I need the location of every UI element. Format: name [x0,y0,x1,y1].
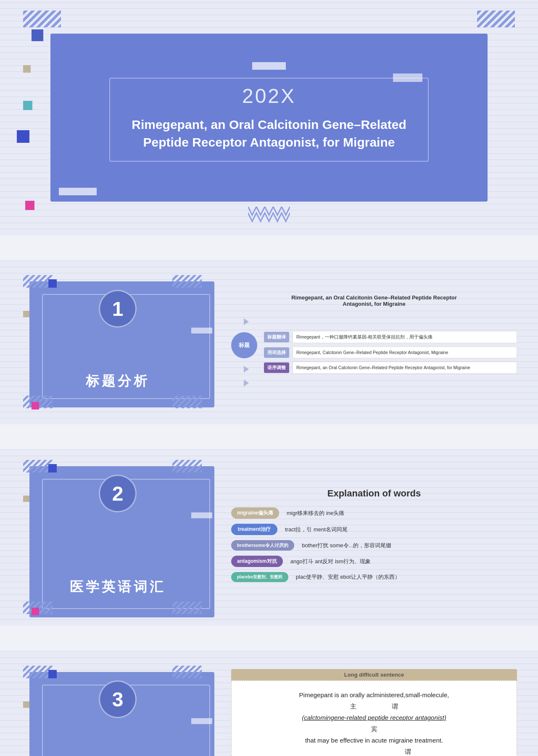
slide3-vocab-right: Explanation of words migraine偏头痛 migr移来移… [231,488,517,587]
slide3-number-circle: 2 [99,475,137,512]
vocab-def-2: bother打扰 some令...的，形容词尾缀 [302,542,391,549]
vocab-def-1: tract拉，引 ment名词同尾 [285,526,348,533]
s3v-sq-tan [23,496,29,502]
slide3-vocab-section: 2 医学英语词汇 Explanation of words migraine偏头… [0,449,538,626]
deco-square-blue-topleft [32,29,43,41]
slide1: 202X Rimegepant, an Oral Calcitonin Gene… [0,0,538,235]
vocab-row-1: treatment治疗 tract拉，引 ment名词同尾 [231,524,517,535]
slide2-number-circle: 1 [99,290,137,328]
s2-sq-blue [48,279,57,288]
flow-text-1: Rimegepant, Calcitonin Gene–Related Pept… [293,346,517,359]
separator2 [0,424,538,449]
flow-label-1: 用词选择 [264,347,289,358]
s2-zigzag-br [172,396,202,408]
s2-sq-tan [23,311,29,317]
sentence-wei2: 谓 [405,748,411,755]
slide1-title: Rimegepant, an Oral Calcitonin Gene–Rela… [98,116,440,151]
sentence-bin: 宾 [371,725,377,732]
flow-label-2: 语序调整 [264,362,289,373]
deco-rect-white-bottom [59,188,97,195]
slide4-number-circle: 3 [99,680,137,718]
s3v-rect-white [191,512,212,518]
vocab-def-3: ango打斗 ant反对 ism行为、现象 [290,558,371,565]
vocab-badge-4: placebo安慰剂、安慰药 [231,572,288,582]
sentence-zhu: 主 [350,703,356,710]
vocab-row-0: migraine偏头痛 migr移来移去的 ine头痛 [231,507,517,519]
s4-sq-tan [23,701,29,708]
s2-sq-pink [32,402,39,410]
deco-zigzag-bottom [248,207,290,223]
arrow2 [244,366,249,373]
separator3 [0,626,538,651]
vocab-row-2: brothersome令人讨厌的 bother打扰 some令...的，形容词尾… [231,540,517,551]
slide2-flow: 标题 标题翻译 Rimegepant，一种口服降钙素基因-相关联受体拮抗剂，用于… [231,315,517,390]
slide1-main-box: 202X Rimegepant, an Oral Calcitonin Gene… [50,34,488,202]
arrow3 [244,380,249,386]
vocab-def-0: migr移来移去的 ine头痛 [287,509,344,517]
flow-item-1: 用词选择 Rimegepant, Calcitonin Gene–Related… [264,346,517,359]
slide3-left-panel: 2 医学英语词汇 [21,458,214,617]
vocab-section-title: Explanation of words [231,488,517,499]
slide2: 1 标题分析 Rimegepant, an Oral Calcitonin Ge… [0,260,538,424]
vocab-row-3: antagomism对抗 ango打斗 ant反对 ism行为、现象 [231,556,517,567]
sentence-wei: 谓 [392,703,398,710]
slide4-box-title: Long difficult sentence [231,669,517,680]
deco-rect-white-tr [393,74,422,82]
vocab-badge-2: brothersome令人讨厌的 [231,540,294,551]
deco-rect-white-top [252,62,286,70]
sentence-line1: Pimegepant is an orally aclministered,sm… [299,691,449,698]
deco-square-blue2-left [17,130,29,143]
deco-square-tan-left [23,65,31,73]
s3v-zigzag-br [172,601,202,614]
biaoti-circle: 标题 [231,332,257,358]
slide2-flow-left: 标题 [231,315,257,390]
s2-rect-white [191,328,212,333]
deco-zigzag-top-left [23,10,61,27]
slide4-left-panel: 3 长难句翻译 [21,664,214,756]
vocab-badge-3: antagomism对抗 [231,556,283,567]
separator1 [0,235,538,260]
sentence-clause: (calctomingene-related peptide receptor … [302,714,446,721]
deco-square-pink-left [25,201,34,210]
s4-sq-blue [48,670,57,678]
slide2-flow-right: 标题翻译 Rimegepant，一种口服降钙素基因-相关联受体拮抗剂，用于偏头痛… [264,331,517,374]
slide2-right-panel: Rimegepant, an Oral Calcitonin Gene–Rela… [231,294,517,390]
s2-zigzag-tr [172,275,202,288]
vocab-row-4: placebo安慰剂、安慰药 plac使平静、安慰 ebot让人平静（的东西） [231,572,517,582]
deco-square-teal-left [23,101,32,110]
slide4-main-box: Pimegepant is an orally aclministered,sm… [231,680,517,756]
s3v-sq-pink [32,608,39,615]
flow-item-2: 语序调整 Rimegepant, an Oral Calcitonin Gene… [264,362,517,374]
vocab-badge-1: treatment治疗 [231,524,277,535]
s4-zigzag-tr [172,666,202,678]
s3v-sq-blue [48,464,57,472]
vocab-badge-0: migraine偏头痛 [231,507,279,519]
slide1-year: 202X [242,84,296,108]
flow-text-0: Rimegepant，一种口服降钙素基因-相关联受体拮抗剂，用于偏头痛 [293,331,517,343]
slide3-label: 医学英语词汇 [21,578,214,596]
slide2-left-panel: 1 标题分析 [21,273,214,412]
deco-zigzag-top-right [477,10,515,27]
s3v-zigzag-tr [172,460,202,472]
slide2-right-title: Rimegepant, an Oral Calcitonin Gene–Rela… [231,294,517,307]
vocab-def-4: plac使平静、安慰 ebot让人平静（的东西） [296,573,400,581]
slide2-label: 标题分析 [21,372,214,391]
flow-label-0: 标题翻译 [264,332,289,342]
slide4-right-panel: Long difficult sentence Pimegepant is an… [231,669,517,756]
slide4-sentence: Pimegepant is an orally aclministered,sm… [242,689,506,756]
slide4: 3 长难句翻译 Long difficult sentence Pimegepa… [0,651,538,756]
arrow1 [244,318,249,325]
s4-rect-white [191,718,212,724]
sentence-line2: that may be effective in acute migraine … [305,737,443,744]
flow-text-2: Rimegepant, an Oral Calcitonin Gene–Rela… [293,362,517,374]
flow-item-0: 标题翻译 Rimegepant，一种口服降钙素基因-相关联受体拮抗剂，用于偏头痛 [264,331,517,343]
